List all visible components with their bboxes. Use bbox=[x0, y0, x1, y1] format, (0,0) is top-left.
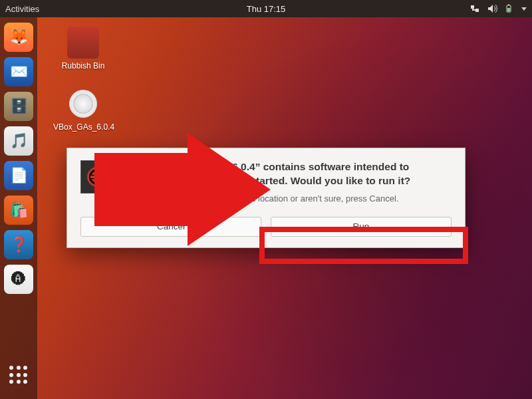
software-icon: 🛍️ bbox=[10, 201, 28, 219]
thunderbird-icon: ✉️ bbox=[10, 63, 28, 80]
desktop-icon-label: VBox_GAs_6.0.4 bbox=[53, 122, 113, 132]
battery-icon[interactable] bbox=[504, 4, 515, 13]
launcher-rhythmbox[interactable]: 🎵 bbox=[4, 126, 33, 156]
cancel-button[interactable]: Cancel bbox=[80, 217, 261, 237]
launcher-amazon[interactable]: 🅐 bbox=[4, 265, 33, 294]
apps-grid-icon bbox=[9, 366, 28, 384]
system-menu-chevron-icon[interactable] bbox=[521, 7, 527, 11]
system-tray[interactable] bbox=[469, 4, 527, 13]
launcher-thunderbird[interactable]: ✉️ bbox=[4, 57, 33, 86]
optical-disc-icon bbox=[67, 88, 99, 120]
amazon-icon: 🅐 bbox=[11, 271, 26, 288]
document-icon: 📄 bbox=[10, 167, 28, 184]
launcher-dock: 🦊 ✉️ 🗄️ 🎵 📄 🛍️ ❓ 🅐 bbox=[0, 17, 37, 399]
launcher-files[interactable]: 🗄️ bbox=[4, 92, 33, 121]
launcher-firefox[interactable]: 🦊 bbox=[4, 23, 33, 52]
activities-button[interactable]: Activities bbox=[5, 4, 39, 14]
firefox-icon: 🦊 bbox=[10, 29, 28, 46]
volume-icon[interactable] bbox=[487, 4, 497, 13]
run-button[interactable]: Run bbox=[271, 217, 452, 237]
desktop: Rubbish Bin VBox_GAs_6.0.4 bbox=[53, 27, 113, 132]
files-icon: 🗄️ bbox=[10, 98, 28, 115]
svg-rect-2 bbox=[507, 8, 510, 11]
launcher-writer[interactable]: 📄 bbox=[4, 161, 33, 190]
dialog-warning-icon bbox=[80, 160, 114, 194]
dialog-subtext: If you don't trust this location or aren… bbox=[126, 194, 452, 203]
launcher-software[interactable]: 🛍️ bbox=[4, 196, 33, 225]
autorun-dialog: “VBox_GAs_6.0.4” contains software inten… bbox=[66, 148, 466, 248]
network-icon[interactable] bbox=[469, 4, 480, 13]
top-panel: Activities Thu 17:15 bbox=[0, 0, 532, 17]
desktop-icon-rubbish-bin[interactable]: Rubbish Bin bbox=[53, 27, 113, 70]
dialog-title: “VBox_GAs_6.0.4” contains software inten… bbox=[126, 160, 452, 188]
svg-rect-1 bbox=[508, 5, 509, 6]
desktop-icon-vbox-disc[interactable]: VBox_GAs_6.0.4 bbox=[53, 88, 113, 132]
music-icon: 🎵 bbox=[10, 132, 28, 150]
trash-icon bbox=[67, 27, 99, 59]
clock[interactable]: Thu 17:15 bbox=[247, 4, 286, 14]
launcher-help[interactable]: ❓ bbox=[4, 230, 33, 259]
desktop-icon-label: Rubbish Bin bbox=[53, 61, 113, 70]
help-icon: ❓ bbox=[10, 236, 28, 253]
show-applications-button[interactable] bbox=[4, 360, 33, 390]
